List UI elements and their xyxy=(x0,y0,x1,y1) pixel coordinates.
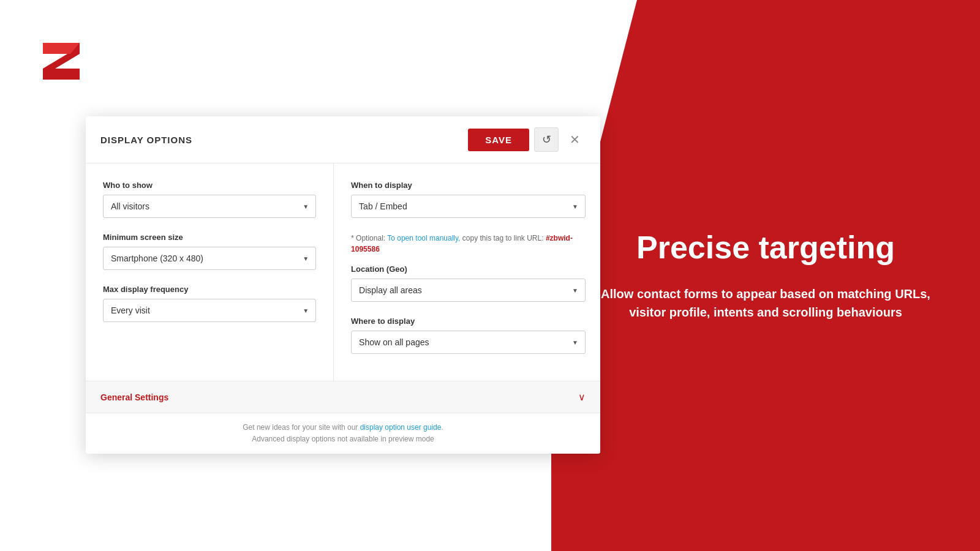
when-to-display-label: When to display xyxy=(351,181,586,190)
min-screen-size-wrapper: Smartphone (320 x 480) Tablet (768 x 102… xyxy=(103,247,316,270)
when-to-display-group: When to display Tab / Embed On load On s… xyxy=(351,181,586,218)
general-settings-bar[interactable]: General Settings ∨ xyxy=(86,381,600,413)
right-text-block: Precise targeting Allow contact forms to… xyxy=(588,230,943,321)
max-display-freq-select[interactable]: Every visit Once per day Once per week O… xyxy=(103,299,316,322)
display-options-modal: DISPLAY OPTIONS SAVE ↺ ✕ Who to show All… xyxy=(86,116,600,454)
close-icon: ✕ xyxy=(570,132,580,147)
refresh-icon: ↺ xyxy=(542,133,551,146)
max-display-freq-label: Max display frequency xyxy=(103,285,316,294)
optional-rest: copy this tag to link URL: xyxy=(462,234,544,242)
when-to-display-select[interactable]: Tab / Embed On load On scroll On exit xyxy=(351,195,586,218)
max-display-freq-wrapper: Every visit Once per day Once per week O… xyxy=(103,299,316,322)
close-button[interactable]: ✕ xyxy=(564,129,586,151)
location-geo-group: Location (Geo) Display all areas Specifi… xyxy=(351,264,586,302)
modal-footer: Get new ideas for your site with our dis… xyxy=(86,413,600,454)
who-to-show-select[interactable]: All visitors New visitors Returning visi… xyxy=(103,195,316,218)
where-to-display-wrapper: Show on all pages Specific pages Homepag… xyxy=(351,331,586,354)
where-to-display-group: Where to display Show on all pages Speci… xyxy=(351,317,586,354)
footer-text-1: Get new ideas for your site with our xyxy=(243,423,360,432)
logo xyxy=(37,37,86,88)
footer-text: Get new ideas for your site with our dis… xyxy=(100,422,586,445)
user-guide-link[interactable]: display option user guide xyxy=(360,423,442,432)
min-screen-size-group: Minimum screen size Smartphone (320 x 48… xyxy=(103,233,316,270)
optional-text: * Optional: To open tool manually, copy … xyxy=(351,233,586,255)
save-button[interactable]: SAVE xyxy=(468,129,529,151)
location-geo-select[interactable]: Display all areas Specific countries Spe… xyxy=(351,279,586,302)
optional-prefix: * Optional: xyxy=(351,234,385,242)
right-subtext: Allow contact forms to appear based on m… xyxy=(588,285,943,321)
who-to-show-label: Who to show xyxy=(103,181,316,190)
location-geo-label: Location (Geo) xyxy=(351,264,586,274)
modal-header: DISPLAY OPTIONS SAVE ↺ ✕ xyxy=(86,116,600,163)
footer-text-3: Advanced display options not available i… xyxy=(252,435,434,443)
min-screen-size-label: Minimum screen size xyxy=(103,233,316,242)
general-settings-label: General Settings xyxy=(100,392,168,402)
right-heading: Precise targeting xyxy=(588,230,943,266)
open-tool-link[interactable]: To open tool manually, xyxy=(387,234,460,242)
modal-title: DISPLAY OPTIONS xyxy=(100,135,192,145)
who-to-show-group: Who to show All visitors New visitors Re… xyxy=(103,181,316,218)
modal-header-buttons: SAVE ↺ ✕ xyxy=(468,127,586,152)
footer-text-2: . xyxy=(441,423,443,432)
modal-left-panel: Who to show All visitors New visitors Re… xyxy=(86,163,334,381)
where-to-display-label: Where to display xyxy=(351,317,586,326)
modal-body: Who to show All visitors New visitors Re… xyxy=(86,163,600,381)
max-display-freq-group: Max display frequency Every visit Once p… xyxy=(103,285,316,322)
right-panel-content: Precise targeting Allow contact forms to… xyxy=(551,0,980,551)
modal-right-panel: When to display Tab / Embed On load On s… xyxy=(334,163,600,381)
location-geo-wrapper: Display all areas Specific countries Spe… xyxy=(351,279,586,302)
when-to-display-wrapper: Tab / Embed On load On scroll On exit xyxy=(351,195,586,218)
refresh-button[interactable]: ↺ xyxy=(534,127,559,152)
min-screen-size-select[interactable]: Smartphone (320 x 480) Tablet (768 x 102… xyxy=(103,247,316,270)
where-to-display-select[interactable]: Show on all pages Specific pages Homepag… xyxy=(351,331,586,354)
chevron-down-icon: ∨ xyxy=(578,391,586,403)
who-to-show-wrapper: All visitors New visitors Returning visi… xyxy=(103,195,316,218)
